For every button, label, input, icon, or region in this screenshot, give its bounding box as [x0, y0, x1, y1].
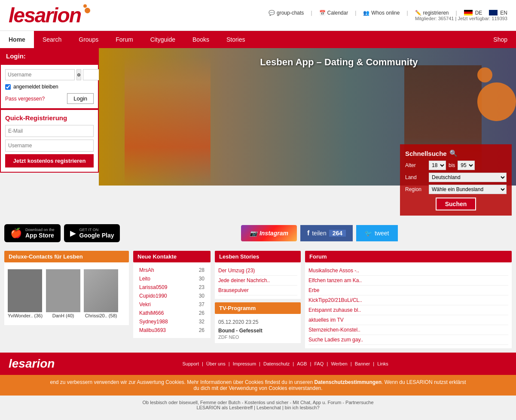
- kontakt-name-7[interactable]: Sydney1988: [139, 319, 168, 325]
- main-navigation: Home Search Groups Forum Cityguide Books…: [0, 31, 516, 48]
- nav-books[interactable]: Books: [184, 31, 218, 48]
- nav-shop[interactable]: Shop: [485, 31, 516, 48]
- contact-card-3[interactable]: Chrissi20.. (58): [84, 269, 118, 318]
- tv-content: 05.12.2020 23:25 Bound - Gefesselt ZDF N…: [215, 314, 301, 343]
- instagram-button[interactable]: 📷 Instagram: [241, 225, 297, 241]
- hero-title: Lesben App – Dating & Community: [260, 57, 418, 68]
- footer-link-faq[interactable]: FAQ: [314, 361, 324, 366]
- nav-separator: |: [406, 10, 408, 16]
- footer-link-banner[interactable]: Banner: [355, 361, 370, 366]
- table-row: Sydney198832: [137, 317, 207, 326]
- land-select[interactable]: DeutschlandÖsterreichSchweiz: [429, 173, 507, 182]
- neue-kontakte-header: Neue Kontakte: [133, 251, 211, 262]
- tv-channel: ZDF NEO: [218, 335, 297, 340]
- list-item: KickTipp20/21BuLi/CL..: [308, 295, 508, 305]
- login-title: Login:: [0, 48, 99, 64]
- forum-link-7[interactable]: Sternzeichen-Konstel..: [308, 327, 360, 333]
- nav-separator: |: [311, 10, 312, 16]
- app-store-button[interactable]: 🍎 Download on the App Store: [4, 224, 61, 242]
- footer-link-werben[interactable]: Werben: [331, 361, 347, 366]
- google-play-button[interactable]: ▶ GET IT ON Google Play: [64, 224, 120, 242]
- kontakt-name-3[interactable]: Larissa0509: [139, 284, 167, 290]
- kontakte-table: MrsAh28 Leito30 Larissa050923 Cupido1990…: [137, 266, 207, 335]
- kontakt-age-2: 30: [190, 274, 207, 283]
- kontakt-name-8[interactable]: Malibu3693: [139, 327, 166, 333]
- app-store-top-text: Download on the: [25, 228, 55, 232]
- list-item: Sternzeichen-Konstel..: [308, 325, 508, 335]
- remember-me-row: angemeldet bleiben: [5, 84, 94, 90]
- kontakt-name-1[interactable]: MrsAh: [139, 267, 154, 273]
- forum-link-4[interactable]: KickTipp20/21BuLi/CL..: [308, 297, 362, 303]
- username-icon[interactable]: ⚙: [76, 69, 81, 80]
- kontakt-name-5[interactable]: Vekri: [139, 301, 151, 307]
- kontakt-name-2[interactable]: Leito: [139, 276, 150, 282]
- footer-link-links[interactable]: Links: [377, 361, 388, 366]
- forum-header: Forum: [305, 251, 512, 262]
- twitter-icon: 🐦: [365, 230, 372, 237]
- username-input[interactable]: [5, 69, 75, 80]
- list-item: aktuelles im TV: [308, 315, 508, 325]
- nav-groups[interactable]: Groups: [70, 31, 107, 48]
- table-row: Cupido199030: [137, 292, 207, 300]
- forum-link-8[interactable]: Suche Ladies zum gay..: [308, 337, 363, 343]
- nav-forum[interactable]: Forum: [107, 31, 141, 48]
- contact-card-1[interactable]: YviWonder.. (36): [8, 269, 43, 318]
- remember-me-checkbox[interactable]: [5, 84, 11, 90]
- story-link-2[interactable]: Jede deiner Nachrich..: [218, 277, 270, 283]
- twitter-button[interactable]: 🐦 tweet: [356, 225, 397, 241]
- nav-cityguide[interactable]: Cityguide: [142, 31, 184, 48]
- nav-stories[interactable]: Stories: [218, 31, 254, 48]
- kontakt-age-4: 30: [190, 292, 207, 300]
- login-box: Login: ⚙ ⚙ angemeldet bleiben Pass verge…: [0, 48, 99, 109]
- kontakt-name-6[interactable]: KathiM666: [139, 310, 164, 316]
- login-input-row: ⚙ ⚙: [5, 69, 94, 80]
- quick-reg-button[interactable]: Jetzt kostenlos registrieren: [5, 154, 94, 167]
- story-link-1[interactable]: Der Umzug (23): [218, 268, 255, 274]
- deluxe-header: Deluxe-Contacts für Lesben: [4, 251, 129, 262]
- age-from-select[interactable]: 18202530: [429, 161, 446, 170]
- land-row: Land DeutschlandÖsterreichSchweiz: [405, 173, 507, 182]
- whos-online-link[interactable]: 👥 Whos online: [363, 10, 400, 16]
- login-actions: Pass vergessen? Login: [5, 93, 94, 104]
- login-button[interactable]: Login: [67, 93, 94, 104]
- group-chats-link[interactable]: 💬 group-chats: [269, 10, 304, 16]
- facebook-share-button[interactable]: f teilen 264: [300, 225, 353, 241]
- cookie-text-3: du dich mit der Verwendung von Cookies e…: [193, 385, 322, 391]
- language-de-link[interactable]: DE: [464, 10, 482, 16]
- users-icon: 👥: [363, 10, 369, 16]
- tv-header: TV-Programm: [215, 302, 301, 314]
- suchen-button[interactable]: Suchen: [436, 198, 476, 210]
- deluxe-contacts-list: YviWonder.. (36) DanH (40) Chrissi20.. (…: [8, 266, 125, 322]
- cookie-datenschutz-link[interactable]: Datenschutzbestimmungen: [314, 379, 382, 385]
- logo[interactable]: lesarion: [9, 4, 81, 27]
- table-row: KathiM66626: [137, 309, 207, 317]
- footer-link-datenschutz[interactable]: Datenschutz: [263, 361, 290, 366]
- forum-link-3[interactable]: Erbe: [308, 287, 319, 293]
- footer-logo: lesarion: [9, 357, 55, 371]
- footer-link-support[interactable]: Support: [183, 361, 199, 366]
- quick-reg-username[interactable]: [5, 140, 94, 152]
- contact-card-2[interactable]: DanH (40): [46, 269, 80, 318]
- forum-link-2[interactable]: Elfchen tanzen am Ka..: [308, 277, 362, 283]
- forgot-password-link[interactable]: Pass vergessen?: [5, 96, 45, 102]
- instagram-icon: 📷: [250, 230, 257, 237]
- calendar-link[interactable]: 📅 Calendar: [319, 10, 348, 16]
- quick-reg-email[interactable]: [5, 125, 94, 137]
- kontakt-age-6: 26: [190, 309, 207, 317]
- footer-link-ueber-uns[interactable]: Über uns: [206, 361, 226, 366]
- nav-search[interactable]: Search: [34, 31, 70, 48]
- forum-link-1[interactable]: Musikalische Assos -..: [308, 268, 359, 274]
- nav-home[interactable]: Home: [0, 31, 34, 48]
- language-en-link[interactable]: EN: [489, 10, 507, 16]
- registrieren-link[interactable]: ✏️ registrieren: [415, 10, 449, 16]
- age-to-select[interactable]: 95304050: [458, 161, 475, 170]
- story-link-3[interactable]: Brausepulver: [218, 287, 249, 293]
- region-select[interactable]: Wähle ein BundeslandBayernBerlin: [429, 185, 507, 194]
- kontakt-name-4[interactable]: Cupido1990: [139, 293, 167, 299]
- footer-link-impressum[interactable]: Impressum: [233, 361, 256, 366]
- forum-link-6[interactable]: aktuelles im TV: [308, 317, 344, 323]
- contact-image-3: [84, 269, 118, 312]
- footer-link-agb[interactable]: AGB: [297, 361, 307, 366]
- forum-link-5[interactable]: Entspannt zuhause bl..: [308, 307, 361, 313]
- cookie-text-2: . Wenn du LESARION nutzst erklärst: [382, 379, 466, 385]
